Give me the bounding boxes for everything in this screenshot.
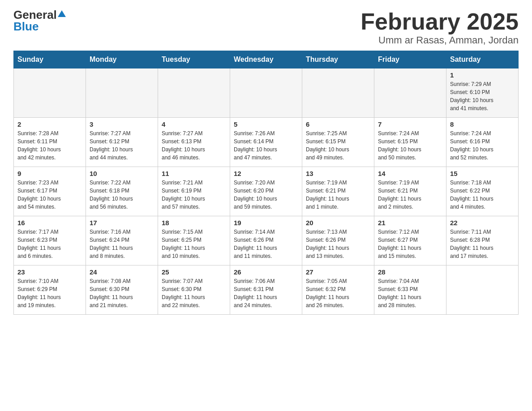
calendar-week-row: 2Sunrise: 7:28 AM Sunset: 6:11 PM Daylig…: [14, 118, 519, 167]
weekday-header: Saturday: [446, 51, 519, 68]
day-number: 8: [450, 120, 515, 128]
calendar-cell: 23Sunrise: 7:10 AM Sunset: 6:29 PM Dayli…: [14, 265, 86, 315]
calendar-cell: 7Sunrise: 7:24 AM Sunset: 6:15 PM Daylig…: [374, 118, 446, 167]
logo-general: General: [13, 9, 57, 21]
calendar-cell: 25Sunrise: 7:07 AM Sunset: 6:30 PM Dayli…: [158, 265, 230, 315]
day-info: Sunrise: 7:27 AM Sunset: 6:12 PM Dayligh…: [90, 129, 154, 162]
logo-blue: Blue: [13, 21, 39, 32]
calendar-cell: 10Sunrise: 7:22 AM Sunset: 6:18 PM Dayli…: [86, 167, 158, 216]
day-number: 27: [306, 268, 370, 276]
day-number: 16: [17, 219, 82, 227]
weekday-header: Friday: [374, 51, 446, 68]
day-info: Sunrise: 7:23 AM Sunset: 6:17 PM Dayligh…: [17, 179, 82, 211]
calendar-cell: [86, 68, 158, 118]
day-info: Sunrise: 7:24 AM Sunset: 6:16 PM Dayligh…: [450, 129, 515, 162]
calendar-cell: [14, 68, 86, 118]
day-number: 22: [450, 219, 515, 227]
calendar-cell: 6Sunrise: 7:25 AM Sunset: 6:15 PM Daylig…: [302, 118, 374, 167]
day-info: Sunrise: 7:13 AM Sunset: 6:26 PM Dayligh…: [306, 228, 370, 260]
calendar-cell: 8Sunrise: 7:24 AM Sunset: 6:16 PM Daylig…: [446, 118, 519, 167]
day-info: Sunrise: 7:10 AM Sunset: 6:29 PM Dayligh…: [17, 277, 82, 309]
day-number: 4: [162, 120, 226, 128]
day-info: Sunrise: 7:26 AM Sunset: 6:14 PM Dayligh…: [234, 129, 298, 162]
calendar-cell: 15Sunrise: 7:18 AM Sunset: 6:22 PM Dayli…: [446, 167, 519, 216]
day-info: Sunrise: 7:25 AM Sunset: 6:15 PM Dayligh…: [306, 129, 370, 162]
calendar-cell: [230, 68, 302, 118]
weekday-header: Tuesday: [158, 51, 230, 68]
weekday-header: Monday: [86, 51, 158, 68]
day-info: Sunrise: 7:28 AM Sunset: 6:11 PM Dayligh…: [17, 129, 82, 162]
day-info: Sunrise: 7:12 AM Sunset: 6:27 PM Dayligh…: [378, 228, 442, 260]
day-number: 18: [162, 219, 226, 227]
calendar-table: SundayMondayTuesdayWednesdayThursdayFrid…: [13, 51, 519, 315]
day-info: Sunrise: 7:14 AM Sunset: 6:26 PM Dayligh…: [234, 228, 298, 260]
day-number: 17: [90, 219, 154, 227]
day-number: 5: [234, 120, 298, 128]
calendar-cell: 2Sunrise: 7:28 AM Sunset: 6:11 PM Daylig…: [14, 118, 86, 167]
day-number: 26: [234, 268, 298, 276]
calendar-cell: 5Sunrise: 7:26 AM Sunset: 6:14 PM Daylig…: [230, 118, 302, 167]
calendar-cell: 24Sunrise: 7:08 AM Sunset: 6:30 PM Dayli…: [86, 265, 158, 315]
day-number: 24: [90, 268, 154, 276]
day-info: Sunrise: 7:27 AM Sunset: 6:13 PM Dayligh…: [162, 129, 226, 162]
calendar-cell: 19Sunrise: 7:14 AM Sunset: 6:26 PM Dayli…: [230, 216, 302, 265]
day-info: Sunrise: 7:04 AM Sunset: 6:33 PM Dayligh…: [378, 277, 442, 309]
day-number: 21: [378, 219, 442, 227]
day-info: Sunrise: 7:24 AM Sunset: 6:15 PM Dayligh…: [378, 129, 442, 162]
day-info: Sunrise: 7:16 AM Sunset: 6:24 PM Dayligh…: [90, 228, 154, 260]
day-info: Sunrise: 7:15 AM Sunset: 6:25 PM Dayligh…: [162, 228, 226, 260]
day-info: Sunrise: 7:21 AM Sunset: 6:19 PM Dayligh…: [162, 179, 226, 211]
calendar-cell: [446, 265, 519, 315]
calendar-cell: 9Sunrise: 7:23 AM Sunset: 6:17 PM Daylig…: [14, 167, 86, 216]
calendar-cell: 22Sunrise: 7:11 AM Sunset: 6:28 PM Dayli…: [446, 216, 519, 265]
calendar-cell: 18Sunrise: 7:15 AM Sunset: 6:25 PM Dayli…: [158, 216, 230, 265]
calendar-cell: 26Sunrise: 7:06 AM Sunset: 6:31 PM Dayli…: [230, 265, 302, 315]
day-number: 13: [306, 170, 370, 177]
day-info: Sunrise: 7:20 AM Sunset: 6:20 PM Dayligh…: [234, 179, 298, 211]
day-info: Sunrise: 7:05 AM Sunset: 6:32 PM Dayligh…: [306, 277, 370, 309]
day-info: Sunrise: 7:22 AM Sunset: 6:18 PM Dayligh…: [90, 179, 154, 211]
day-number: 10: [90, 170, 154, 177]
day-number: 25: [162, 268, 226, 276]
day-number: 28: [378, 268, 442, 276]
calendar-cell: [158, 68, 230, 118]
day-number: 23: [17, 268, 82, 276]
day-info: Sunrise: 7:19 AM Sunset: 6:21 PM Dayligh…: [306, 179, 370, 211]
day-number: 12: [234, 170, 298, 177]
day-number: 9: [17, 170, 82, 177]
day-number: 1: [450, 71, 515, 79]
logo-triangle-icon: [58, 10, 66, 17]
weekday-header: Sunday: [14, 51, 86, 68]
day-number: 3: [90, 120, 154, 128]
day-number: 15: [450, 170, 515, 177]
page-header: General Blue February 2025 Umm ar Rasas,…: [13, 9, 519, 46]
calendar-cell: 21Sunrise: 7:12 AM Sunset: 6:27 PM Dayli…: [374, 216, 446, 265]
day-info: Sunrise: 7:29 AM Sunset: 6:10 PM Dayligh…: [450, 80, 515, 112]
day-info: Sunrise: 7:19 AM Sunset: 6:21 PM Dayligh…: [378, 179, 442, 211]
calendar-cell: 12Sunrise: 7:20 AM Sunset: 6:20 PM Dayli…: [230, 167, 302, 216]
day-info: Sunrise: 7:07 AM Sunset: 6:30 PM Dayligh…: [162, 277, 226, 309]
calendar-cell: [374, 68, 446, 118]
calendar-week-row: 1Sunrise: 7:29 AM Sunset: 6:10 PM Daylig…: [14, 68, 519, 118]
calendar-cell: 16Sunrise: 7:17 AM Sunset: 6:23 PM Dayli…: [14, 216, 86, 265]
day-info: Sunrise: 7:18 AM Sunset: 6:22 PM Dayligh…: [450, 179, 515, 211]
calendar-cell: 13Sunrise: 7:19 AM Sunset: 6:21 PM Dayli…: [302, 167, 374, 216]
day-info: Sunrise: 7:17 AM Sunset: 6:23 PM Dayligh…: [17, 228, 82, 260]
month-title: February 2025: [360, 9, 519, 34]
calendar-cell: 17Sunrise: 7:16 AM Sunset: 6:24 PM Dayli…: [86, 216, 158, 265]
calendar-week-row: 9Sunrise: 7:23 AM Sunset: 6:17 PM Daylig…: [14, 167, 519, 216]
title-block: February 2025 Umm ar Rasas, Amman, Jorda…: [360, 9, 519, 46]
day-number: 14: [378, 170, 442, 177]
calendar-cell: 28Sunrise: 7:04 AM Sunset: 6:33 PM Dayli…: [374, 265, 446, 315]
day-number: 7: [378, 120, 442, 128]
day-info: Sunrise: 7:11 AM Sunset: 6:28 PM Dayligh…: [450, 228, 515, 260]
day-number: 6: [306, 120, 370, 128]
calendar-week-row: 23Sunrise: 7:10 AM Sunset: 6:29 PM Dayli…: [14, 265, 519, 315]
calendar-week-row: 16Sunrise: 7:17 AM Sunset: 6:23 PM Dayli…: [14, 216, 519, 265]
weekday-header: Thursday: [302, 51, 374, 68]
calendar-cell: 11Sunrise: 7:21 AM Sunset: 6:19 PM Dayli…: [158, 167, 230, 216]
calendar-cell: 1Sunrise: 7:29 AM Sunset: 6:10 PM Daylig…: [446, 68, 519, 118]
calendar-cell: 4Sunrise: 7:27 AM Sunset: 6:13 PM Daylig…: [158, 118, 230, 167]
day-number: 11: [162, 170, 226, 177]
day-number: 19: [234, 219, 298, 227]
